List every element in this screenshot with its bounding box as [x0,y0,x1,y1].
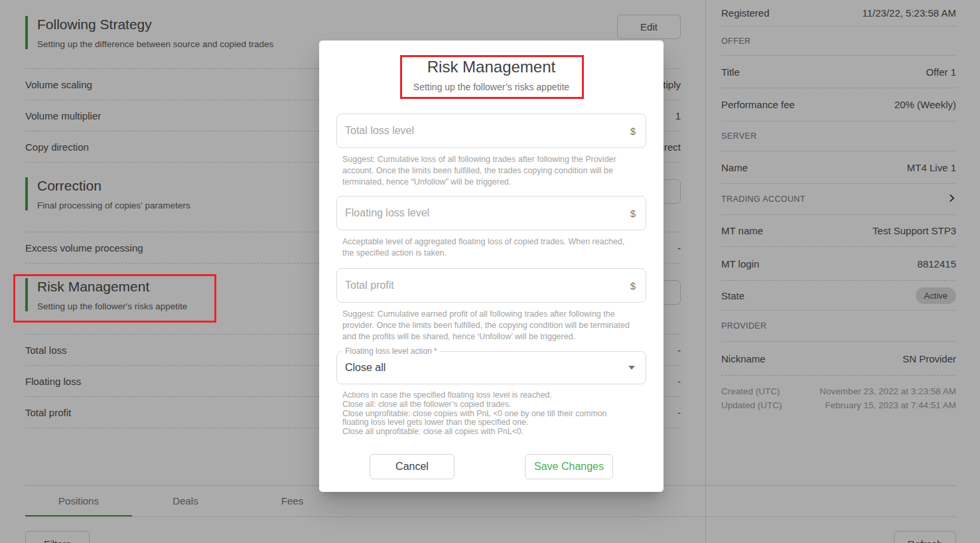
floating-loss-level-field: $ [336,196,646,230]
save-changes-button[interactable]: Save Changes [525,454,613,479]
chevron-down-icon [628,366,635,370]
total-loss-help-text: Suggest: Cumulative loss of all followin… [336,154,646,188]
floating-loss-action-select[interactable]: Floating loss level action * Close all [336,351,646,384]
floating-loss-level-input[interactable] [345,207,630,219]
total-loss-level-input[interactable] [345,125,630,137]
total-profit-help-text: Suggest: Cumulative earned profit of all… [336,309,646,343]
total-loss-level-field: $ [336,114,646,148]
page: Following Strategy Setting up the differ… [0,0,980,543]
dialog-actions: Cancel Save Changes [336,454,646,479]
cancel-button[interactable]: Cancel [370,454,455,479]
dollar-suffix: $ [630,125,636,137]
select-value: Close all [345,362,628,374]
select-help-text: Actions in case the specified floating l… [336,391,646,437]
risk-management-dialog: Risk Management Setting up the follower’… [319,40,664,492]
total-profit-field: $ [336,268,646,303]
select-label: Floating loss level action * [342,347,440,356]
dollar-suffix: $ [630,280,636,291]
dialog-title: Risk Management [319,58,664,76]
dialog-subtitle: Setting up the follower’s risks appetite [319,82,664,92]
floating-loss-help-text: Acceptable level of aggregated floating … [336,236,646,259]
total-profit-input[interactable] [345,279,630,291]
dollar-suffix: $ [630,208,636,219]
